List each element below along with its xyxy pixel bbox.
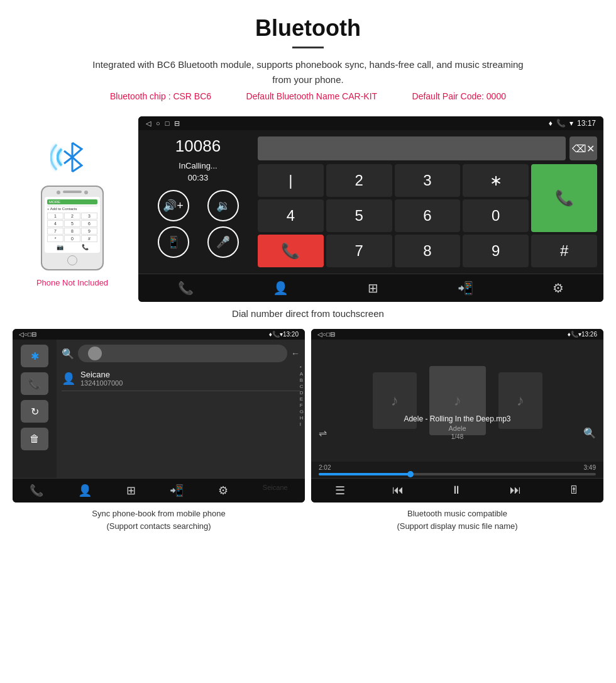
time-current: 2:02 <box>319 464 331 471</box>
car-settings-icon[interactable]: ⚙ <box>553 280 564 296</box>
music-screen-wrap: ◁ ○ □ ⊟ ♦ 📞 ▾ 13:26 ♪ ♪ ♪ ⇌ Adele - Roll… <box>311 329 603 532</box>
pb-bottom-bar: 📞 👤 ⊞ 📲 ⚙ Seicane <box>13 478 305 503</box>
music-layout: ♪ ♪ ♪ ⇌ Adele - Rolling In the Deep.mp3 … <box>311 340 603 478</box>
music-eq-icon[interactable]: 🎚 <box>568 484 580 497</box>
pb-back-arrow[interactable]: ← <box>291 348 300 358</box>
key-6[interactable]: 6 <box>395 199 461 232</box>
key-4[interactable]: 4 <box>258 199 324 232</box>
time-total: 3:49 <box>584 464 596 471</box>
pb-bottom-settings[interactable]: ⚙ <box>218 484 228 497</box>
nav-extra[interactable]: ⊟ <box>174 119 180 128</box>
answer-call-button[interactable]: 📞 <box>531 164 597 232</box>
music-clock: 13:26 <box>581 331 597 338</box>
sidebar-bluetooth-icon[interactable]: ✱ <box>21 345 48 367</box>
car-numpad-area: ⌫✕ | 2 3 ∗ 📞 4 5 6 0 📞 7 <box>258 136 597 267</box>
key-9[interactable]: 9 <box>463 235 529 267</box>
car-transfer-icon[interactable]: 📲 <box>458 280 473 296</box>
music-next-icon[interactable]: ⏭ <box>510 484 521 497</box>
contact-avatar-icon: 👤 <box>62 372 75 386</box>
volume-up-button[interactable]: 🔊+ <box>158 190 189 221</box>
pb-clock: 13:20 <box>283 331 299 338</box>
end-call-button[interactable]: 📞 <box>258 235 324 267</box>
phonebook-main: 🔍 ← 👤 Seicane 13241007000 <box>57 340 305 478</box>
phone-not-included-label: Phone Not Included <box>36 278 108 287</box>
music-nav-extra[interactable]: ⊟ <box>330 331 335 338</box>
key-asterisk[interactable]: ∗ <box>463 164 529 197</box>
numpad-input-box[interactable] <box>258 136 566 160</box>
clock: 13:17 <box>577 119 596 128</box>
music-prev-icon[interactable]: ⏮ <box>392 484 404 497</box>
key-2[interactable]: 2 <box>326 164 392 197</box>
call-status: InCalling... <box>145 161 251 170</box>
music-status-bar: ◁ ○ □ ⊟ ♦ 📞 ▾ 13:26 <box>311 329 603 340</box>
track-info: 1/48 <box>311 433 603 440</box>
phone-numpad: 123 456 789 *0# <box>47 213 97 242</box>
music-caption: Bluetooth music compatible (Support disp… <box>311 508 603 532</box>
nav-home[interactable]: ○ <box>156 119 160 127</box>
svg-line-1 <box>64 151 72 157</box>
car-keypad-icon[interactable]: ⊞ <box>368 280 378 296</box>
phone-mockup: MORE + Add to Contacts 123 456 789 *0# 📷… <box>41 186 104 270</box>
alpha-list: * A B C D E F G H I <box>300 365 304 427</box>
key-0[interactable]: 0 <box>463 199 529 232</box>
phonebook-screen: ◁ ○ □ ⊟ ♦ 📞 ▾ 13:20 ✱ 📞 ↻ 🗑 <box>13 329 305 503</box>
car-phone-icon[interactable]: 📞 <box>178 280 194 296</box>
title-divider <box>292 47 324 48</box>
phone-home-button[interactable] <box>67 255 77 265</box>
music-search-icon[interactable]: 🔍 <box>583 427 596 439</box>
phone-screen: MORE + Add to Contacts 123 456 789 *0# 📷… <box>45 197 100 253</box>
contact-name: Seicane <box>80 370 123 379</box>
progress-fill <box>319 473 410 475</box>
pb-bottom-contacts[interactable]: 👤 <box>78 484 92 497</box>
artist-name: Adele <box>311 425 603 432</box>
pb-bottom-phone[interactable]: 📞 <box>30 484 43 497</box>
backspace-button[interactable]: ⌫✕ <box>569 136 597 160</box>
mute-button[interactable]: 🎤 <box>207 226 239 258</box>
page-title: Bluetooth <box>13 15 603 42</box>
car-bottom-bar: 📞 👤 ⊞ 📲 ⚙ <box>138 274 603 302</box>
sidebar-phone-icon[interactable]: 📞 <box>21 372 48 395</box>
pb-search-bar[interactable] <box>78 345 287 362</box>
music-nav-back[interactable]: ◁ <box>317 331 322 338</box>
contact-item-seicane[interactable]: 👤 Seicane 13241007000 <box>62 366 300 391</box>
pb-nav-extra[interactable]: ⊟ <box>31 331 36 338</box>
key-3[interactable]: 3 <box>395 164 461 197</box>
progress-bar[interactable] <box>319 473 596 475</box>
nav-recent[interactable]: □ <box>165 119 170 127</box>
wifi-icon: ▾ <box>569 119 573 128</box>
volume-down-button[interactable]: 🔉 <box>207 190 239 221</box>
search-ball <box>88 347 102 360</box>
svg-line-2 <box>64 157 72 164</box>
main-section: MORE + Add to Contacts 123 456 789 *0# 📷… <box>0 116 616 302</box>
key-1[interactable]: | <box>258 164 324 197</box>
phonebook-caption: Sync phone-book from mobile phone (Suppo… <box>13 508 305 532</box>
phonebook-screen-wrap: ◁ ○ □ ⊟ ♦ 📞 ▾ 13:20 ✱ 📞 ↻ 🗑 <box>13 329 305 532</box>
sidebar-sync-icon[interactable]: ↻ <box>21 400 48 423</box>
car-contacts-icon[interactable]: 👤 <box>273 280 289 296</box>
key-hash[interactable]: # <box>531 235 597 267</box>
search-icon: 🔍 <box>62 348 74 360</box>
progress-dot[interactable] <box>407 471 414 477</box>
transfer-button[interactable]: 📱 <box>158 226 189 258</box>
nav-back[interactable]: ◁ <box>146 119 151 128</box>
sidebar-delete-icon[interactable]: 🗑 <box>21 428 48 450</box>
car-status-left: ◁ ○ □ ⊟ <box>146 119 180 128</box>
dialed-number: 10086 <box>145 136 251 156</box>
phone-side: MORE + Add to Contacts 123 456 789 *0# 📷… <box>13 116 132 287</box>
key-8[interactable]: 8 <box>395 235 461 267</box>
call-timer: 00:33 <box>145 173 251 182</box>
music-playlist-icon[interactable]: ☰ <box>335 484 345 497</box>
pb-bottom-keypad[interactable]: ⊞ <box>126 484 136 497</box>
spec-code: Default Pair Code: 0000 <box>412 91 506 101</box>
pb-nav-back[interactable]: ◁ <box>19 331 24 338</box>
phone-sensor <box>84 191 88 194</box>
music-play-pause-icon[interactable]: ⏸ <box>451 484 462 497</box>
bluetooth-icon <box>50 135 94 179</box>
key-7[interactable]: 7 <box>326 235 392 267</box>
page-description: Integrated with BC6 Bluetooth module, su… <box>88 57 528 87</box>
key-5[interactable]: 5 <box>326 199 392 232</box>
spec-chip: Bluetooth chip : CSR BC6 <box>110 91 211 101</box>
pb-bottom-transfer[interactable]: 📲 <box>170 484 184 497</box>
car-status-bar: ◁ ○ □ ⊟ ♦ 📞 ▾ 13:17 <box>138 116 603 130</box>
bottom-row: ◁ ○ □ ⊟ ♦ 📞 ▾ 13:20 ✱ 📞 ↻ 🗑 <box>0 329 616 532</box>
